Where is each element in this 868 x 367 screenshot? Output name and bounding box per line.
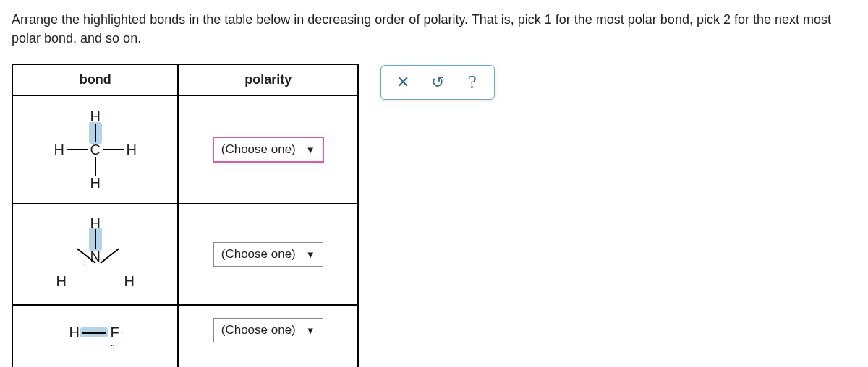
bond-table: bond polarity C H H H H <box>12 64 359 367</box>
chevron-down-icon: ▼ <box>306 144 315 155</box>
table-row: N H H H : (Choose one) ▼ <box>12 204 358 305</box>
bond-line <box>67 149 88 150</box>
atom-h-right: H <box>124 273 134 290</box>
bond-cell-ch4: C H H H H <box>12 95 178 204</box>
polarity-cell: (Choose one) ▼ <box>178 305 358 367</box>
atom-h-left: H <box>54 142 64 158</box>
polarity-cell: (Choose one) ▼ <box>178 95 358 204</box>
chevron-down-icon: ▼ <box>306 249 315 260</box>
polarity-select-3[interactable]: (Choose one) ▼ <box>213 318 323 342</box>
lone-pair: .. <box>111 337 114 348</box>
table-row: H F : .. .. (Choose one) ▼ <box>12 305 358 367</box>
dropdown-label: (Choose one) <box>221 142 296 157</box>
dropdown-label: (Choose one) <box>221 323 296 337</box>
lone-pair: .. <box>111 320 114 331</box>
bond-cell-nh3: N H H H : <box>12 204 178 305</box>
instructions-text: Arrange the highlighted bonds in the tab… <box>12 10 856 48</box>
polarity-cell: (Choose one) ▼ <box>178 204 358 305</box>
atom-h: H <box>69 324 79 341</box>
atom-h-bottom: H <box>90 175 100 191</box>
bond-line <box>103 149 124 150</box>
action-toolbar: ✕ ↺ ? <box>380 65 495 100</box>
column-header-polarity: polarity <box>178 64 358 95</box>
lone-pair: : <box>84 258 85 267</box>
bond-cell-hf: H F : .. .. <box>12 305 178 367</box>
dropdown-label: (Choose one) <box>221 247 296 262</box>
reset-icon: ↺ <box>431 73 444 92</box>
lone-pair: : <box>121 329 123 340</box>
column-header-bond: bond <box>12 64 178 95</box>
help-button[interactable]: ? <box>455 68 490 97</box>
bond-line <box>82 332 106 334</box>
chevron-down-icon: ▼ <box>306 325 315 336</box>
bond-line <box>95 124 96 142</box>
bond-line <box>95 157 96 176</box>
bond-line <box>100 249 119 264</box>
polarity-select-1[interactable]: (Choose one) ▼ <box>213 137 324 163</box>
atom-c: C <box>90 142 100 158</box>
molecule-hf: H F : .. .. <box>48 316 142 349</box>
molecule-ch4: C H H H H <box>45 106 146 193</box>
reset-button[interactable]: ↺ <box>420 68 455 97</box>
close-button[interactable]: ✕ <box>386 68 420 97</box>
table-row: C H H H H (Choose one) ▼ <box>12 95 358 204</box>
polarity-select-2[interactable]: (Choose one) ▼ <box>213 242 323 267</box>
help-icon: ? <box>468 72 477 93</box>
close-icon: ✕ <box>396 73 409 92</box>
molecule-nh3: N H H H : <box>41 215 150 294</box>
bond-line <box>95 229 96 249</box>
atom-h-right: H <box>126 142 136 158</box>
atom-h-left: H <box>56 273 66 290</box>
atom-h-top: H <box>90 108 100 125</box>
